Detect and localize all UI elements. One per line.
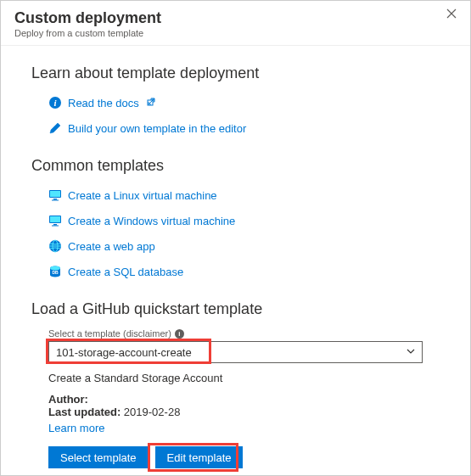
webapp-link[interactable]: Create a web app — [48, 236, 440, 256]
edit-template-button[interactable]: Edit template — [155, 446, 244, 468]
build-template-label: Build your own template in the editor — [68, 122, 246, 135]
linux-vm-label: Create a Linux virtual machine — [68, 189, 217, 202]
learn-more-link[interactable]: Learn more — [48, 422, 104, 434]
windows-vm-label: Create a Windows virtual machine — [68, 215, 235, 227]
svg-rect-4 — [50, 191, 60, 197]
linux-vm-link[interactable]: Create a Linux virtual machine — [48, 185, 440, 205]
svg-rect-6 — [52, 200, 59, 201]
sql-link[interactable]: DB Create a SQL database — [48, 261, 440, 282]
common-heading: Common templates — [31, 157, 440, 175]
svg-text:DB: DB — [52, 270, 59, 275]
svg-rect-9 — [53, 224, 57, 226]
svg-rect-5 — [53, 199, 57, 200]
pencil-icon — [48, 121, 62, 135]
blade-subtitle: Deploy from a custom template — [14, 28, 457, 38]
monitor-icon — [48, 214, 62, 227]
svg-rect-10 — [52, 226, 59, 227]
webapp-label: Create a web app — [68, 240, 155, 253]
external-link-icon — [147, 98, 155, 108]
info-icon: i — [48, 96, 62, 109]
template-select-label: Select a template (disclaimer) i — [48, 328, 440, 339]
select-template-button[interactable]: Select template — [48, 446, 149, 468]
sql-label: Create a SQL database — [68, 266, 183, 278]
author-row: Author: — [48, 393, 440, 406]
read-docs-label: Read the docs — [68, 97, 139, 109]
info-tooltip-icon[interactable]: i — [175, 329, 184, 339]
globe-icon — [48, 239, 62, 253]
github-heading: Load a GitHub quickstart template — [31, 300, 440, 318]
close-button[interactable] — [443, 8, 460, 25]
updated-row: Last updated: 2019-02-28 — [48, 406, 440, 418]
template-description: Create a Standard Storage Account — [48, 372, 440, 384]
close-icon — [446, 8, 457, 19]
learn-heading: Learn about template deployment — [31, 64, 440, 82]
template-select-dropdown[interactable] — [48, 341, 423, 363]
build-template-link[interactable]: Build your own template in the editor — [48, 118, 440, 138]
monitor-icon — [48, 188, 62, 202]
read-docs-link[interactable]: i Read the docs — [48, 92, 440, 113]
svg-rect-8 — [50, 216, 60, 222]
windows-vm-link[interactable]: Create a Windows virtual machine — [48, 210, 440, 231]
blade-title: Custom deployment — [14, 9, 457, 27]
database-icon: DB — [48, 265, 62, 278]
